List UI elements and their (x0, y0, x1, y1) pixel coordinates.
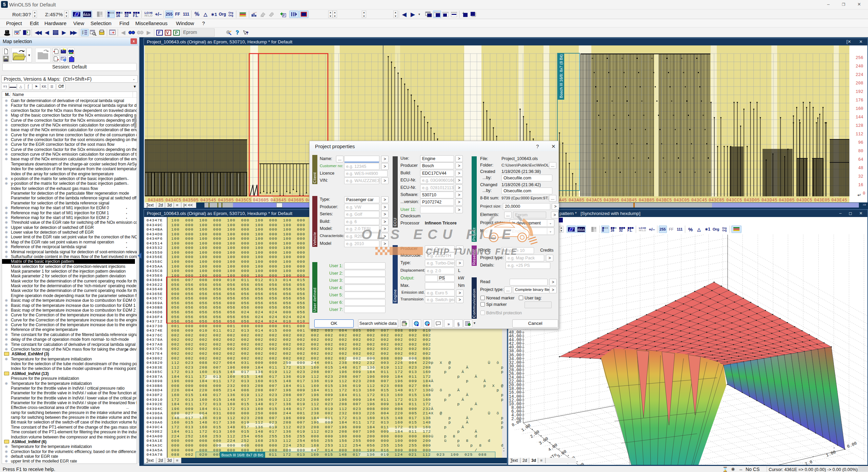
svg-text:V: V (166, 31, 169, 35)
svg-text:Bosch III 16/8: 8x7 (8 Bit): Bosch III 16/8: 8x7 (8 Bit) (559, 54, 563, 98)
svg-text:P: P (175, 31, 178, 35)
svg-text:F: F (283, 14, 285, 17)
svg-text:F: F (158, 31, 160, 35)
svg-text:?: ? (246, 31, 249, 36)
